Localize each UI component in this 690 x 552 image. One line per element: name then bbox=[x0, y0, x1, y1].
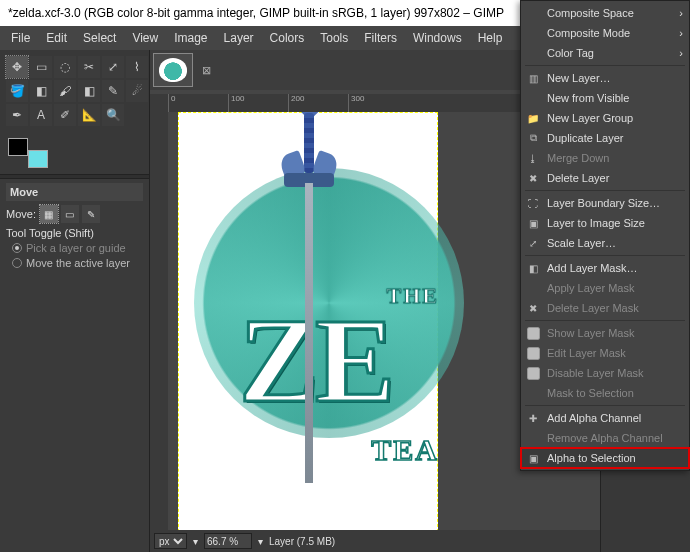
layer-context-menu: Composite Space Composite Mode Color Tag… bbox=[520, 0, 690, 471]
ctx-merge-down: ⭳Merge Down bbox=[521, 148, 689, 168]
delete-mask-icon: ✖ bbox=[526, 303, 540, 314]
ruler-vertical bbox=[150, 112, 168, 530]
tool-options-title: Move bbox=[6, 183, 143, 201]
tool-options-panel: Move Move: ▦ ▭ ✎ Tool Toggle (Shift) Pic… bbox=[0, 179, 149, 552]
canvas-artwork: THE ZE TEA bbox=[179, 113, 437, 530]
tool-text[interactable]: A bbox=[30, 104, 52, 126]
tool-eraser[interactable]: ◧ bbox=[78, 80, 100, 102]
ctx-mask-to-sel: Mask to Selection bbox=[521, 383, 689, 403]
ctx-duplicate-layer[interactable]: ⧉Duplicate Layer bbox=[521, 128, 689, 148]
color-swatches[interactable] bbox=[8, 138, 48, 168]
radio-move-active[interactable]: Move the active layer bbox=[12, 257, 143, 269]
delete-icon: ✖ bbox=[526, 173, 540, 184]
status-bar: px ▾ ▾ Layer (7.5 MB) bbox=[150, 530, 600, 552]
tool-picker[interactable]: ✐ bbox=[54, 104, 76, 126]
tool-path[interactable]: ✒ bbox=[6, 104, 28, 126]
radio-pick-layer[interactable]: Pick a layer or guide bbox=[12, 242, 143, 254]
tool-transform[interactable]: ⤢ bbox=[102, 56, 124, 78]
background-color[interactable] bbox=[28, 150, 48, 168]
ctx-new-layer-group[interactable]: 📁New Layer Group bbox=[521, 108, 689, 128]
menu-image[interactable]: Image bbox=[167, 28, 214, 48]
tool-clone[interactable]: ✎ bbox=[102, 80, 124, 102]
ctx-add-mask[interactable]: ◧Add Layer Mask… bbox=[521, 258, 689, 278]
menu-edit[interactable]: Edit bbox=[39, 28, 74, 48]
fit-icon: ▣ bbox=[526, 218, 540, 229]
move-label: Move: bbox=[6, 208, 36, 220]
ctx-edit-mask: Edit Layer Mask bbox=[521, 343, 689, 363]
ctx-new-from-visible[interactable]: New from Visible bbox=[521, 88, 689, 108]
ctx-alpha-to-selection[interactable]: ▣Alpha to Selection bbox=[521, 448, 689, 468]
tool-crop[interactable]: ✂ bbox=[78, 56, 100, 78]
image-tab-zelda[interactable] bbox=[154, 54, 192, 86]
disable-mask-checkbox bbox=[527, 367, 540, 380]
menu-file[interactable]: File bbox=[4, 28, 37, 48]
folder-icon: 📁 bbox=[526, 113, 540, 124]
new-layer-icon: ▥ bbox=[526, 73, 540, 84]
canvas[interactable]: THE ZE TEA bbox=[178, 112, 438, 530]
alpha-icon: ✚ bbox=[526, 413, 540, 424]
move-mode-path-icon[interactable]: ✎ bbox=[82, 205, 100, 223]
ctx-show-mask: Show Layer Mask bbox=[521, 323, 689, 343]
tool-measure[interactable]: 📐 bbox=[78, 104, 100, 126]
ctx-delete-layer[interactable]: ✖Delete Layer bbox=[521, 168, 689, 188]
tool-paintbrush[interactable]: 🖌 bbox=[54, 80, 76, 102]
ctx-disable-mask: Disable Layer Mask bbox=[521, 363, 689, 383]
menu-layer[interactable]: Layer bbox=[217, 28, 261, 48]
close-tab-icon[interactable]: ⊠ bbox=[198, 62, 214, 78]
ctx-boundary-size[interactable]: ⛶Layer Boundary Size… bbox=[521, 193, 689, 213]
menu-filters[interactable]: Filters bbox=[357, 28, 404, 48]
scale-icon: ⤢ bbox=[526, 238, 540, 249]
ctx-remove-alpha: Remove Alpha Channel bbox=[521, 428, 689, 448]
ctx-scale-layer[interactable]: ⤢Scale Layer… bbox=[521, 233, 689, 253]
menu-view[interactable]: View bbox=[125, 28, 165, 48]
alpha-sel-icon: ▣ bbox=[526, 453, 540, 464]
menu-help[interactable]: Help bbox=[471, 28, 510, 48]
mask-icon: ◧ bbox=[526, 263, 540, 274]
menu-windows[interactable]: Windows bbox=[406, 28, 469, 48]
foreground-color[interactable] bbox=[8, 138, 28, 156]
menu-tools[interactable]: Tools bbox=[313, 28, 355, 48]
window-title: *zelda.xcf-3.0 (RGB color 8-bit gamma in… bbox=[8, 6, 504, 20]
tool-bucket[interactable]: 🪣 bbox=[6, 80, 28, 102]
duplicate-icon: ⧉ bbox=[526, 132, 540, 144]
tool-toggle-label: Tool Toggle (Shift) bbox=[6, 227, 143, 239]
ctx-composite-space[interactable]: Composite Space bbox=[521, 3, 689, 23]
tool-smudge[interactable]: ☄ bbox=[126, 80, 148, 102]
ctx-to-image-size[interactable]: ▣Layer to Image Size bbox=[521, 213, 689, 233]
resize-icon: ⛶ bbox=[526, 198, 540, 209]
edit-mask-checkbox bbox=[527, 347, 540, 360]
tool-move[interactable]: ✥ bbox=[6, 56, 28, 78]
merge-icon: ⭳ bbox=[526, 153, 540, 164]
unit-select[interactable]: px bbox=[154, 533, 187, 549]
ctx-add-alpha[interactable]: ✚Add Alpha Channel bbox=[521, 408, 689, 428]
tool-free-select[interactable]: ◌ bbox=[54, 56, 76, 78]
tool-gradient[interactable]: ◧ bbox=[30, 80, 52, 102]
ctx-color-tag[interactable]: Color Tag bbox=[521, 43, 689, 63]
move-mode-layer-icon[interactable]: ▦ bbox=[40, 205, 58, 223]
move-mode-selection-icon[interactable]: ▭ bbox=[61, 205, 79, 223]
tool-warp[interactable]: ⌇ bbox=[126, 56, 148, 78]
tool-zoom[interactable]: 🔍 bbox=[102, 104, 124, 126]
show-mask-checkbox bbox=[527, 327, 540, 340]
ctx-apply-mask: Apply Layer Mask bbox=[521, 278, 689, 298]
zoom-input[interactable] bbox=[204, 533, 252, 549]
ctx-delete-mask: ✖Delete Layer Mask bbox=[521, 298, 689, 318]
ctx-composite-mode[interactable]: Composite Mode bbox=[521, 23, 689, 43]
toolbox: ✥ ▭ ◌ ✂ ⤢ ⌇ 🪣 ◧ 🖌 ◧ ✎ ☄ ✒ A ✐ 📐 🔍 Move M bbox=[0, 50, 150, 552]
status-info: Layer (7.5 MB) bbox=[269, 536, 335, 547]
tool-rect-select[interactable]: ▭ bbox=[30, 56, 52, 78]
menu-colors[interactable]: Colors bbox=[263, 28, 312, 48]
ctx-new-layer[interactable]: ▥New Layer… bbox=[521, 68, 689, 88]
menu-select[interactable]: Select bbox=[76, 28, 123, 48]
